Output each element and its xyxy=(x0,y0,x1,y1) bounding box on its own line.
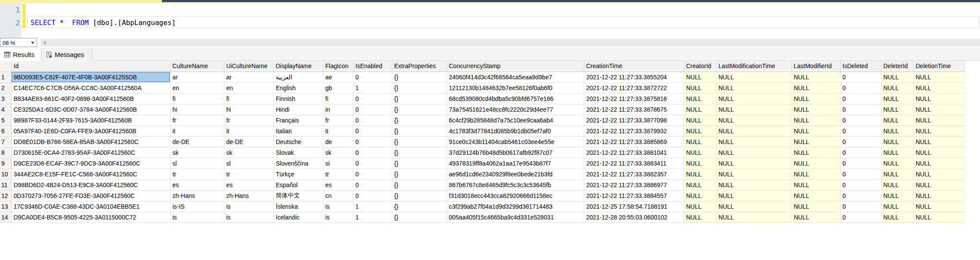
grid-cell[interactable]: NULL xyxy=(791,136,840,147)
row-number[interactable]: 1 xyxy=(0,72,11,82)
grid-cell[interactable]: NULL xyxy=(716,136,791,147)
grid-cell[interactable]: NULL xyxy=(684,201,716,212)
grid-cell[interactable]: NULL xyxy=(716,212,791,222)
grid-cell[interactable]: NULL xyxy=(913,190,964,201)
column-header-lastmodificationtime[interactable]: LastModificationTime xyxy=(716,61,791,72)
grid-cell[interactable]: DD8E01DB-B766-58EA-85AB-3A00F412560C xyxy=(11,136,170,147)
grid-cell[interactable]: en xyxy=(170,82,224,93)
column-header-creationtime[interactable]: CreationTime xyxy=(584,61,684,72)
grid-cell[interactable]: Türkçe xyxy=(273,169,323,179)
grid-cell[interactable]: 1 xyxy=(353,212,392,222)
grid-cell[interactable]: NULL xyxy=(716,115,791,125)
grid-cell[interactable]: NULL xyxy=(913,169,964,179)
grid-cell[interactable]: 0 xyxy=(840,190,881,201)
grid-cell[interactable]: is xyxy=(170,212,224,222)
grid-cell[interactable]: 0 xyxy=(353,125,392,136)
grid-cell[interactable]: 0 xyxy=(353,115,392,125)
grid-cell[interactable]: NULL xyxy=(684,82,716,93)
grid-cell[interactable]: NULL xyxy=(684,147,716,158)
grid-cell[interactable]: NULL xyxy=(716,104,791,115)
grid-cell[interactable]: NULL xyxy=(913,72,964,82)
grid-cell[interactable]: 2021-12-22 11:27:33.3855204 xyxy=(584,72,684,82)
grid-cell[interactable]: {} xyxy=(392,169,447,179)
grid-cell[interactable]: NULL xyxy=(684,179,716,190)
grid-cell[interactable]: 0 xyxy=(840,82,881,93)
grid-cell[interactable]: Deutsche xyxy=(273,136,323,147)
grid-cell[interactable]: NULL xyxy=(684,104,716,115)
grid-cell[interactable]: 0 xyxy=(353,179,392,190)
grid-cell[interactable]: 2021-12-22 11:27:33.3886977 xyxy=(584,179,684,190)
grid-cell[interactable]: Íslenska xyxy=(273,201,323,212)
grid-cell[interactable]: 2021-12-28 20:55:03.0600102 xyxy=(584,212,684,222)
grid-cell[interactable]: NULL xyxy=(881,72,913,82)
row-number[interactable]: 11 xyxy=(0,179,11,190)
grid-cell[interactable]: {} xyxy=(392,158,447,169)
grid-cell[interactable]: 0 xyxy=(840,93,881,104)
grid-cell[interactable]: NULL xyxy=(716,201,791,212)
grid-cell[interactable]: NULL xyxy=(881,125,913,136)
grid-cell[interactable]: fi xyxy=(224,93,273,104)
grid-cell[interactable]: {} xyxy=(392,212,447,222)
column-header-lastmodifierid[interactable]: LastModifierId xyxy=(791,61,840,72)
grid-cell[interactable]: sk xyxy=(323,147,353,158)
scroll-left-icon[interactable] xyxy=(43,41,46,45)
grid-cell[interactable]: {} xyxy=(392,201,447,212)
grid-cell[interactable]: NULL xyxy=(684,136,716,147)
grid-cell[interactable]: NULL xyxy=(913,179,964,190)
grid-cell[interactable]: {} xyxy=(392,115,447,125)
grid-cell[interactable]: NULL xyxy=(913,147,964,158)
grid-cell[interactable]: {} xyxy=(392,190,447,201)
grid-cell[interactable]: NULL xyxy=(881,212,913,222)
grid-cell[interactable]: 0 xyxy=(840,179,881,190)
grid-cell[interactable]: fr xyxy=(170,115,224,125)
grid-cell[interactable]: es xyxy=(323,179,353,190)
grid-cell[interactable]: 344AE2C8-E15F-FE1C-C566-3A00F412560C xyxy=(11,169,170,179)
grid-cell[interactable]: {} xyxy=(392,136,447,147)
grid-cell[interactable]: {} xyxy=(392,125,447,136)
grid-cell[interactable]: NULL xyxy=(684,72,716,82)
grid-cell[interactable]: is xyxy=(323,201,353,212)
grid-cell[interactable]: 0 xyxy=(353,136,392,147)
grid-cell[interactable]: CE325DA1-6D3C-0D07-3784-3A00F412560B xyxy=(11,104,170,115)
row-number[interactable]: 8 xyxy=(0,147,11,158)
zoom-dropdown[interactable]: 08 % xyxy=(0,38,37,47)
grid-cell[interactable]: NULL xyxy=(791,115,840,125)
grid-cell[interactable]: sl xyxy=(224,158,273,169)
grid-cell[interactable]: NULL xyxy=(913,93,964,104)
grid-cell[interactable]: sk xyxy=(224,147,273,158)
grid-cell[interactable]: tr xyxy=(170,169,224,179)
grid-cell[interactable]: NULL xyxy=(716,125,791,136)
grid-cell[interactable]: NULL xyxy=(913,125,964,136)
grid-cell[interactable]: NULL xyxy=(791,82,840,93)
grid-cell[interactable]: 0 xyxy=(840,169,881,179)
grid-cell[interactable]: NULL xyxy=(791,72,840,82)
grid-cell[interactable]: {} xyxy=(392,82,447,93)
grid-cell[interactable]: 0 xyxy=(840,201,881,212)
grid-cell[interactable]: 0 xyxy=(840,147,881,158)
grid-cell[interactable]: NULL xyxy=(913,158,964,169)
grid-cell[interactable]: Hindi xyxy=(273,104,323,115)
row-number[interactable]: 7 xyxy=(0,136,11,147)
grid-cell[interactable]: Finnish xyxy=(273,93,323,104)
grid-cell[interactable]: B834AE83-861C-40F2-0898-3A00F412560B xyxy=(11,93,170,104)
grid-cell[interactable]: {} xyxy=(392,93,447,104)
row-number[interactable]: 13 xyxy=(0,201,11,212)
grid-cell[interactable]: NULL xyxy=(881,190,913,201)
grid-cell[interactable]: 9BD093E5-C82F-407E-4F0B-3A00F41255DB xyxy=(11,72,170,82)
grid-cell[interactable]: NULL xyxy=(881,93,913,104)
grid-cell[interactable]: D730615E-0CA4-2783-95AF-3A00F412560C xyxy=(11,147,170,158)
grid-cell[interactable]: cn xyxy=(323,190,353,201)
grid-cell[interactable]: is-IS xyxy=(170,201,224,212)
grid-cell[interactable]: NULL xyxy=(913,82,964,93)
column-header-deleterid[interactable]: DeleterId xyxy=(881,61,913,72)
grid-cell[interactable]: 17C9346D-C0AE-C388-43DC-3A0104EBB5E1 xyxy=(11,201,170,212)
grid-cell[interactable]: it xyxy=(170,125,224,136)
grid-cell[interactable]: C14EC7C6-C7CB-D56A-CC8C-3A00F412560A xyxy=(11,82,170,93)
grid-cell[interactable]: NULL xyxy=(716,190,791,201)
column-header-deletiontime[interactable]: DeletionTime xyxy=(913,61,964,72)
grid-cell[interactable]: en xyxy=(224,82,273,93)
sql-line[interactable]: SELECT * FROM [dbo].[AbpLanguages] xyxy=(31,19,176,27)
grid-cell[interactable]: 867b6767c8e8465d9fc5c3c3c53645fb xyxy=(447,179,584,190)
grid-cell[interactable]: NULL xyxy=(913,115,964,125)
tab-messages[interactable]: Messages xyxy=(42,48,93,61)
